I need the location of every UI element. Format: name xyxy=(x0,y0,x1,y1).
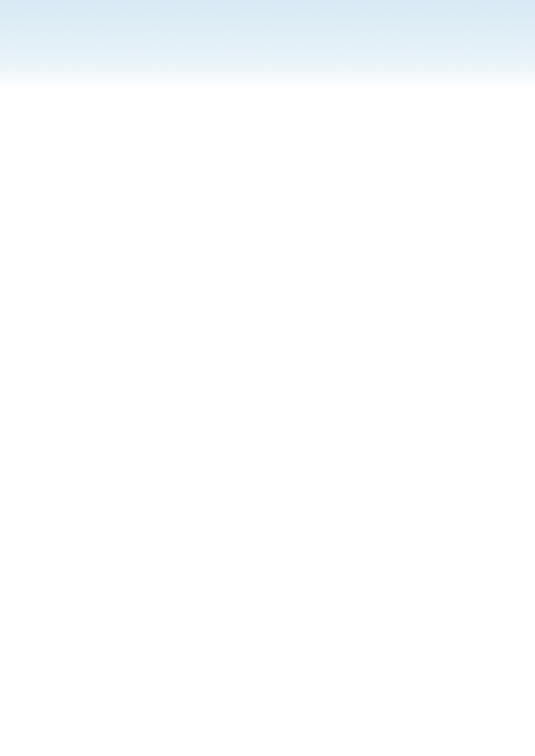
header-gradient xyxy=(0,0,535,90)
